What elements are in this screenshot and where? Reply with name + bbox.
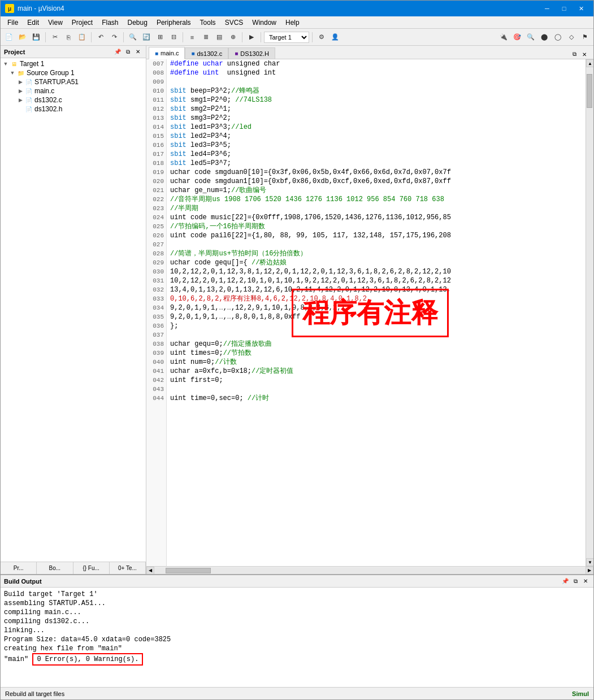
scroll-down-btn[interactable]: ▼ [586,558,593,566]
ln-016: 016 [146,141,166,150]
tb18[interactable]: ◯ [552,31,564,44]
ln-015: 015 [146,132,166,141]
code-line-030: 10,2,12,2,0,1,12,3,8,1,12,2,0,1,12,2,0,1… [167,267,586,276]
menu-svcs[interactable]: SVCS [220,18,248,28]
status-bar: Rebuild all target files Simul [1,687,593,699]
scroll-left-btn[interactable]: ◀ [146,567,154,575]
code-line-014: sbit led1=P3^3;//led [167,123,586,132]
build-float-btn[interactable]: ⧉ [571,577,580,586]
scroll-h-thumb[interactable] [166,568,211,573]
tab-functions[interactable]: {} Fu... [73,562,110,574]
target-dropdown[interactable]: Target 1 [264,32,309,43]
open-button[interactable]: 📂 [16,31,29,44]
tb3[interactable]: 🔍 [127,31,139,44]
menu-help[interactable]: Help [281,18,304,28]
tb8[interactable]: ≣ [200,31,212,44]
minimize-button[interactable]: ─ [539,3,555,14]
menu-file[interactable]: File [3,18,23,28]
startup-label: STARTUP.A51 [34,78,79,86]
scroll-up-btn[interactable]: ▲ [586,59,593,67]
build-close-btn[interactable]: ✕ [581,577,590,586]
vertical-scrollbar[interactable]: ▲ ▼ [586,59,593,566]
tb4[interactable]: 🔄 [140,31,153,44]
target1-label: Target 1 [20,60,44,68]
scroll-track[interactable] [586,67,593,558]
tb6[interactable]: ⊟ [167,31,180,44]
tb14[interactable]: 🔌 [497,31,510,44]
srcgrp1-label: Source Group 1 [27,69,75,77]
build-pin-btn[interactable]: 📌 [561,577,570,586]
tb15[interactable]: 🎯 [511,31,523,44]
menu-project[interactable]: Project [67,18,97,28]
menu-debug[interactable]: Debug [123,18,152,28]
sep6 [261,32,261,42]
float-button[interactable]: ⧉ [123,47,132,56]
code-line-017: sbit led4=P3^6; [167,150,586,159]
tab-templates[interactable]: 0+ Te... [110,562,146,574]
tree-item-srcgrp1[interactable]: ▼ 📁 Source Group 1 [1,68,146,77]
ln-010: 010 [146,86,166,95]
title-bar-left: μ main - µVision4 [5,4,64,13]
pin-button[interactable]: 📌 [113,47,122,56]
code-line-008: #define uint unsigned int [167,68,586,77]
tb9[interactable]: ▤ [213,31,226,44]
horizontal-scrollbar[interactable]: ◀ ▶ [146,566,593,574]
scroll-right-btn[interactable]: ▶ [586,567,593,575]
tree-item-mainc[interactable]: ▶ 📄 main.c [1,86,146,95]
tree-item-ds1302c[interactable]: ▶ 📄 ds1302.c [1,95,146,105]
scroll-h-track[interactable] [154,567,586,574]
ln-031: 031 [146,276,166,285]
menu-edit[interactable]: Edit [23,18,44,28]
tb13[interactable]: 👤 [329,31,341,44]
redo-button[interactable]: ↷ [108,31,120,44]
tree-item-ds1302h[interactable]: 📄 ds1302.h [1,105,146,114]
save-button[interactable]: 💾 [30,31,42,44]
tab-ds1302c[interactable]: ■ ds1302.c [185,47,228,59]
editor-float-btn[interactable]: ⧉ [570,50,579,59]
tab-ds1302h[interactable]: ■ DS1302.H [228,47,275,59]
maximize-button[interactable]: □ [556,3,572,14]
paste-button[interactable]: 📋 [76,31,88,44]
editor-close-btn[interactable]: ✕ [580,50,589,59]
tree-item-startup[interactable]: ▶ 📄 STARTUP.A51 [1,77,146,86]
ln-011: 011 [146,95,166,105]
tb10[interactable]: ⊕ [227,31,239,44]
tab-mainc[interactable]: ■ main.c [149,47,185,59]
cut-button[interactable]: ✂ [49,31,61,44]
close-panel-button[interactable]: ✕ [133,47,142,56]
tab-project[interactable]: Pr... [1,562,37,574]
menu-flash[interactable]: Flash [97,18,123,28]
tb16[interactable]: 🔍 [524,31,537,44]
undo-button[interactable]: ↶ [94,31,107,44]
ln-028: 028 [146,249,166,258]
tb5[interactable]: ⊞ [154,31,166,44]
ln-020: 020 [146,177,166,186]
ln-008: 008 [146,68,166,77]
code-line-043 [167,385,586,394]
scroll-thumb[interactable] [587,74,592,108]
ln-042: 042 [146,376,166,385]
build-output-header: Build Output 📌 ⧉ ✕ [1,575,593,588]
ln-025: 025 [146,222,166,231]
tab-books[interactable]: Bo... [37,562,73,574]
ln-022: 022 [146,195,166,204]
menu-tools[interactable]: Tools [196,18,220,28]
copy-button[interactable]: ⎘ [62,31,75,44]
ln-044: 044 [146,394,166,403]
tb12[interactable]: ⚙ [315,31,328,44]
tb20[interactable]: ⚑ [579,31,591,44]
tb19[interactable]: ◇ [565,31,578,44]
ds1302c-tab-label: ds1302.c [197,50,223,57]
title-bar: μ main - µVision4 ─ □ ✕ [1,1,593,16]
expand-mainc: ▶ [18,88,23,94]
menu-window[interactable]: Window [248,18,281,28]
new-button[interactable]: 📄 [3,31,15,44]
close-button[interactable]: ✕ [573,3,589,14]
tb17[interactable]: ⬤ [538,31,550,44]
tree-item-target1[interactable]: ▼ 🖥 Target 1 [1,59,146,68]
menu-peripherals[interactable]: Peripherals [152,18,196,28]
menu-view[interactable]: View [44,18,67,28]
tb7[interactable]: ≡ [186,31,198,44]
project-label: Project [4,49,25,55]
tb11[interactable]: ▶ [245,31,258,44]
